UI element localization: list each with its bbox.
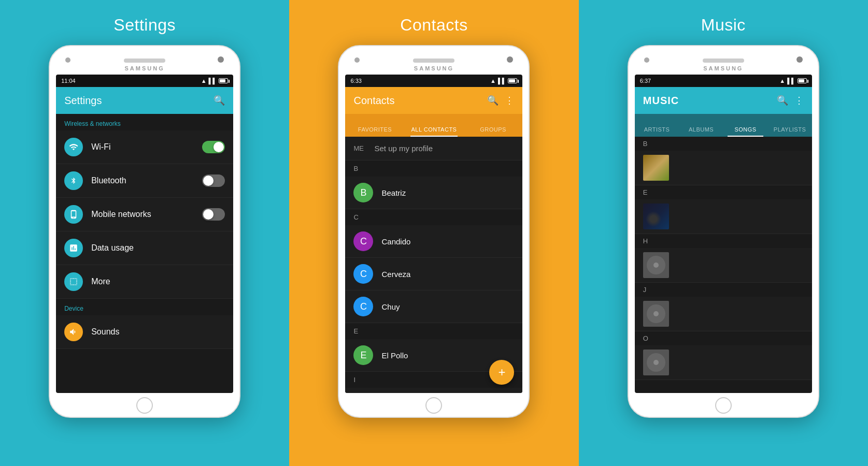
music-screen: 6:37 ▲ ▌▌ MUSIC 🔍 ⋮ ARTISTS	[635, 75, 812, 393]
tab-all-contacts[interactable]: ALL CONTACTS	[404, 121, 463, 137]
disc-dot-o	[653, 360, 659, 365]
music-panel-title: Music	[701, 16, 746, 35]
bluetooth-setting-item[interactable]: Bluetooth	[56, 164, 233, 198]
contact-candido[interactable]: C Candido	[345, 225, 522, 258]
status-bar-music: 6:37 ▲ ▌▌	[635, 75, 812, 87]
tab-favorites[interactable]: FAVORITES	[345, 121, 404, 137]
settings-phone: SAMSUNG 11:04 ▲ ▌▌ Settings 🔍 Wireless &…	[49, 45, 240, 418]
tab-albums[interactable]: ALBUMS	[679, 121, 723, 137]
battery-music-icon	[798, 78, 807, 83]
music-item-h[interactable]	[635, 248, 812, 283]
bluetooth-icon	[64, 171, 83, 190]
disc-dot-j	[653, 311, 659, 316]
status-icons-settings: ▲ ▌▌	[201, 78, 228, 84]
contact-isis[interactable]: I Isis	[345, 388, 522, 393]
music-app-bar: MUSIC 🔍 ⋮	[635, 87, 812, 114]
name-candido: Candido	[381, 237, 410, 246]
music-item-o[interactable]	[635, 345, 812, 380]
avatar-candido: C	[353, 231, 373, 251]
tab-playlists[interactable]: PLAYLISTS	[767, 121, 812, 137]
contacts-app-bar: Contacts 🔍 ⋮	[345, 87, 522, 114]
contact-me-row[interactable]: ME Set up my profile	[345, 137, 522, 161]
music-item-e[interactable]	[635, 199, 812, 234]
battery-contacts-icon	[508, 78, 517, 83]
contact-beatriz[interactable]: B Beatriz	[345, 177, 522, 209]
contact-cerveza[interactable]: C Cerveza	[345, 258, 522, 290]
music-phone: SAMSUNG 6:37 ▲ ▌▌ MUSIC 🔍 ⋮	[628, 45, 819, 418]
contacts-phone: SAMSUNG 6:33 ▲ ▌▌ Contacts 🔍 ⋮	[338, 45, 530, 418]
disc-o	[647, 353, 665, 372]
more-setting-item[interactable]: More	[56, 265, 233, 299]
tab-artists[interactable]: ARTISTS	[635, 121, 679, 137]
phone-bottom-settings	[50, 393, 239, 418]
music-search-icon[interactable]: 🔍	[777, 95, 788, 106]
wifi-setting-item[interactable]: Wi-Fi	[56, 130, 233, 164]
avatar-cerveza: C	[353, 264, 373, 284]
disc-dot-h	[653, 263, 659, 268]
music-item-j[interactable]	[635, 297, 812, 331]
tab-songs[interactable]: SONGS	[723, 121, 768, 137]
wifi-toggle-knob	[214, 142, 224, 152]
contacts-camera-left	[354, 57, 360, 63]
me-label: ME	[353, 144, 366, 152]
music-section-o: O	[635, 331, 812, 345]
settings-screen-title: Settings	[64, 95, 102, 107]
sounds-icon	[64, 323, 83, 341]
mobile-networks-setting-item[interactable]: Mobile networks	[56, 198, 233, 231]
music-camera-left	[644, 57, 649, 63]
avatar-elpollo: E	[353, 345, 373, 365]
music-more-icon[interactable]: ⋮	[794, 95, 804, 106]
music-thumb-h	[643, 252, 669, 278]
contacts-screen: 6:33 ▲ ▌▌ Contacts 🔍 ⋮ FAVORITES	[345, 75, 522, 393]
music-panel: Music SAMSUNG 6:37 ▲ ▌▌ MUSIC 🔍	[579, 0, 868, 466]
music-thumb-o	[643, 350, 669, 375]
music-item-b[interactable]	[635, 151, 812, 185]
status-icons-contacts: ▲ ▌▌	[490, 78, 517, 84]
avatar-beatriz: B	[353, 183, 373, 202]
home-button-settings[interactable]	[136, 397, 153, 414]
status-icons-music: ▲ ▌▌	[779, 78, 806, 84]
name-cerveza: Cerveza	[381, 270, 410, 279]
phone-top-settings: SAMSUNG	[50, 46, 239, 75]
settings-panel-title: Settings	[113, 16, 176, 35]
mobile-networks-label: Mobile networks	[91, 210, 202, 219]
me-text: Set up my profile	[374, 144, 433, 153]
speaker-grille	[124, 59, 165, 63]
music-section-j: J	[635, 283, 812, 297]
signal-music-icon: ▌▌	[787, 78, 795, 84]
phone-top-music: SAMSUNG	[629, 46, 818, 75]
name-chuy: Chuy	[381, 302, 400, 311]
contacts-screen-title: Contacts	[353, 95, 394, 107]
disc-h	[647, 256, 665, 274]
wifi-contacts-icon: ▲	[490, 78, 496, 84]
section-b: B	[345, 161, 522, 177]
mobile-toggle-knob	[203, 209, 214, 220]
mobile-networks-icon	[64, 205, 83, 224]
contacts-brand: SAMSUNG	[339, 65, 529, 71]
bluetooth-toggle-knob	[203, 176, 214, 186]
home-button-music[interactable]	[715, 397, 732, 414]
music-thumb-b	[643, 155, 669, 181]
music-thumb-j	[643, 301, 669, 327]
music-section-h: H	[635, 234, 812, 248]
music-thumb-e	[643, 203, 669, 229]
sounds-setting-item[interactable]: Sounds	[56, 315, 233, 349]
wifi-music-icon: ▲	[779, 78, 785, 84]
data-usage-setting-item[interactable]: Data usage	[56, 231, 233, 265]
status-bar-settings: 11:04 ▲ ▌▌	[56, 75, 233, 87]
wifi-toggle[interactable]	[202, 141, 225, 153]
settings-search-icon[interactable]: 🔍	[214, 95, 225, 106]
battery-icon	[219, 78, 228, 83]
tab-groups[interactable]: GROUPS	[463, 121, 522, 137]
brand-label: SAMSUNG	[50, 65, 239, 71]
camera-left-icon	[65, 57, 70, 63]
contacts-more-icon[interactable]: ⋮	[505, 95, 514, 106]
contact-chuy[interactable]: C Chuy	[345, 290, 522, 323]
status-bar-contacts: 6:33 ▲ ▌▌	[345, 75, 522, 87]
wireless-section-label: Wireless & networks	[56, 114, 233, 130]
contacts-search-icon[interactable]: 🔍	[487, 95, 499, 106]
bluetooth-toggle[interactable]	[202, 174, 225, 187]
mobile-toggle[interactable]	[202, 208, 225, 221]
more-label: More	[91, 277, 225, 286]
home-button-contacts[interactable]	[425, 397, 442, 414]
